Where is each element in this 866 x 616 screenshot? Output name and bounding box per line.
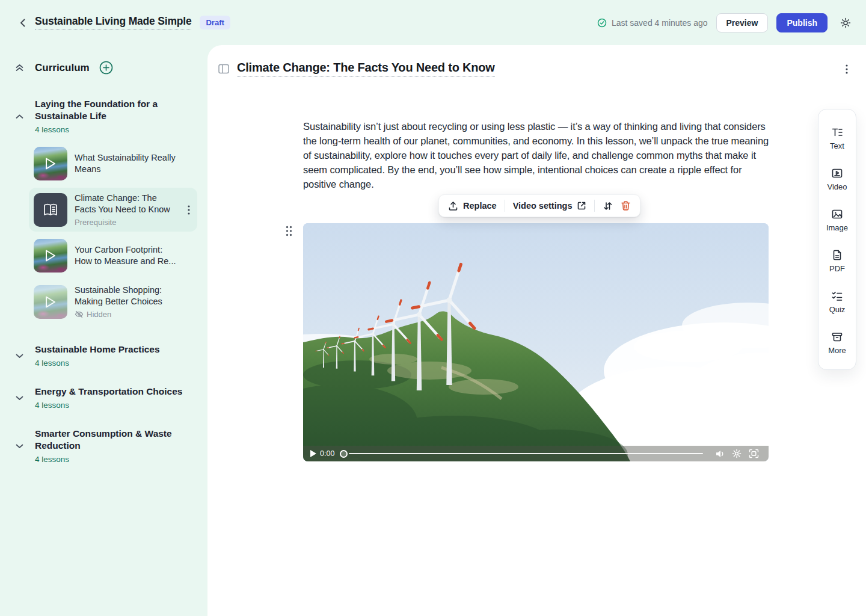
chevron-left-icon [18,18,28,28]
curriculum-header: Curriculum [14,61,113,75]
section-home-practices: Sustainable Home Practices 4 lessons [14,343,195,368]
section-title[interactable]: Energy & Transportation Choices [35,386,188,398]
publish-button[interactable]: Publish [776,13,828,32]
palette-item-more[interactable]: More [818,322,856,363]
lesson-item-climate-change[interactable]: Climate Change: The Facts You Need to Kn… [29,188,197,232]
eye-off-icon [75,310,84,319]
book-open-icon [43,203,58,217]
lesson-title: Sustainable Shopping: Making Better Choi… [75,285,177,307]
play-icon [45,249,57,262]
video-thumbnail [34,285,67,319]
sidebar-toggle-button[interactable] [218,64,229,74]
external-link-icon [577,201,586,211]
chevron-down-icon[interactable] [14,393,25,403]
divider [505,200,505,212]
intro-paragraph[interactable]: Sustainability isn’t just about recyclin… [303,119,770,191]
plus-circle-icon [99,61,113,75]
lesson-editor: Climate Change: The Facts You Need to Kn… [207,45,866,616]
check-circle-icon [597,18,607,28]
last-saved-text: Last saved 4 minutes ago [612,18,708,28]
video-controls: 0:00 [303,446,769,461]
more-icon [831,331,843,343]
section-lesson-count: 4 lessons [35,401,188,410]
reorder-button[interactable] [603,201,613,211]
page-title[interactable]: Climate Change: The Facts You Need to Kn… [237,61,495,77]
play-icon [45,295,57,309]
video-settings-button[interactable]: Video settings [513,201,587,211]
save-status: Last saved 4 minutes ago [597,18,708,28]
video-icon [831,167,843,179]
collapse-all-button[interactable] [14,63,25,73]
gear-icon [840,17,852,29]
section-lesson-count: 4 lessons [35,455,188,464]
palette-item-text[interactable]: Text [818,118,856,159]
page-options-button[interactable] [843,62,850,76]
palette-item-pdf[interactable]: PDF [818,241,856,282]
lesson-header: Climate Change: The Facts You Need to Kn… [218,61,850,77]
image-icon [831,208,843,220]
status-badge: Draft [200,16,230,29]
chevron-down-icon[interactable] [14,441,25,451]
video-scene-wind-turbines [303,223,769,461]
text-icon [831,126,843,138]
topbar: Sustainable Living Made Simple Draft Las… [0,0,866,45]
course-title[interactable]: Sustainable Living Made Simple [35,15,191,30]
fullscreen-icon[interactable] [745,449,763,458]
progress-track[interactable] [349,453,703,454]
section-laying-foundation: Laying the Foundation for a Sustainable … [14,98,195,134]
lesson-list: What Sustainability Really Means Climate… [29,142,197,324]
reading-thumbnail [34,193,67,227]
palette-item-image[interactable]: Image [818,200,856,241]
lesson-item-carbon-footprint[interactable]: Your Carbon Footprint: How to Measure an… [29,234,197,277]
lesson-title: Your Carbon Footprint: How to Measure an… [75,244,177,267]
player-settings-icon[interactable] [728,449,745,458]
block-palette: Text Video Image PDF Quiz More [818,109,856,370]
play-button[interactable] [309,450,320,457]
curriculum-title: Curriculum [35,62,90,74]
drag-handle-icon[interactable] [286,226,292,236]
kebab-icon [846,64,848,74]
video-thumbnail [34,239,67,273]
lesson-title: Climate Change: The Facts You Need to Kn… [75,192,177,215]
lesson-kebab-menu[interactable] [185,203,192,217]
settings-button[interactable] [840,17,852,29]
pdf-icon [831,249,843,261]
section-title[interactable]: Laying the Foundation for a Sustainable … [35,98,188,122]
time-display: 0:00 [320,449,334,458]
prerequisite-badge: Prerequisite [75,218,177,227]
double-chevron-up-icon [14,63,25,73]
section-energy-transportation: Energy & Transportation Choices 4 lesson… [14,386,195,410]
section-title[interactable]: Smarter Consumption & Waste Reduction [35,428,188,452]
lesson-item-what-sustainability[interactable]: What Sustainability Really Means [29,142,197,185]
palette-item-quiz[interactable]: Quiz [818,282,856,322]
replace-button[interactable]: Replace [448,201,497,211]
add-section-button[interactable] [99,61,113,75]
kebab-icon [188,205,190,215]
volume-icon[interactable] [711,449,728,458]
chevron-up-icon[interactable] [14,111,25,122]
video-player[interactable]: 0:00 [303,223,769,461]
lesson-item-sustainable-shopping[interactable]: Sustainable Shopping: Making Better Choi… [29,280,197,324]
chevron-down-icon[interactable] [14,351,25,361]
section-smarter-consumption: Smarter Consumption & Waste Reduction 4 … [14,428,195,464]
preview-button[interactable]: Preview [716,13,769,32]
quiz-icon [831,290,843,302]
play-icon [45,157,57,170]
palette-item-video[interactable]: Video [818,159,856,200]
section-lesson-count: 4 lessons [35,359,188,368]
delete-block-button[interactable] [621,200,631,211]
section-title[interactable]: Sustainable Home Practices [35,343,188,356]
block-toolbar: Replace Video settings [438,194,640,217]
sort-arrows-icon [603,201,613,211]
upload-icon [448,201,458,211]
scrubber-handle[interactable] [340,450,348,458]
panel-layout-icon [218,64,229,74]
divider [594,200,595,212]
hidden-label: Hidden [87,310,111,319]
section-lesson-count: 4 lessons [35,125,188,134]
video-thumbnail [34,147,67,180]
lesson-title: What Sustainability Really Means [75,152,177,175]
back-button[interactable] [14,14,31,31]
trash-icon [621,200,631,211]
curriculum-sidebar: Curriculum Laying the Foundation for a S… [0,45,207,616]
